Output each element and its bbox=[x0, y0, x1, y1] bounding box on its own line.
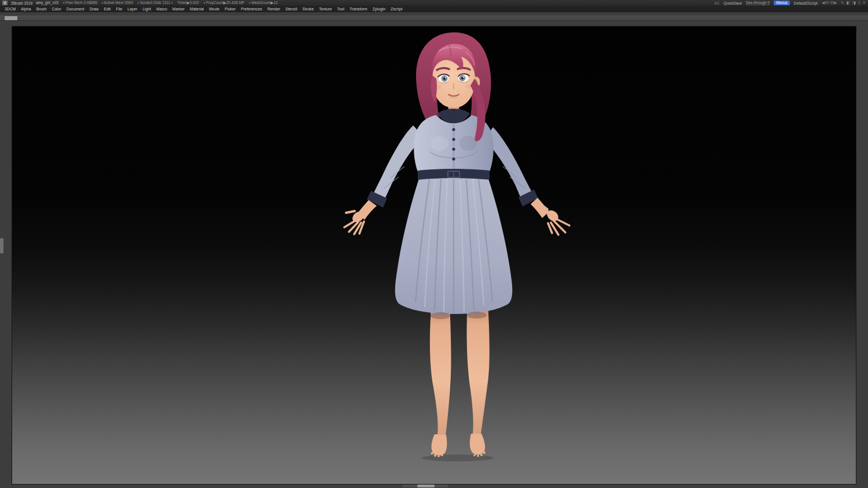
top-shelf bbox=[0, 13, 868, 26]
hem-shadow bbox=[467, 312, 487, 319]
close-icon[interactable]: ✕ bbox=[863, 0, 866, 6]
menu-zplugin[interactable]: Zplugin bbox=[373, 7, 385, 11]
menu-edit[interactable]: Edit bbox=[104, 7, 111, 11]
shelf-collapse-tab[interactable] bbox=[5, 16, 17, 20]
menu-3dcm[interactable]: 3DCM bbox=[5, 7, 16, 11]
titlebar-stat--active-mem-3069: • Active Mem 3069 bbox=[102, 1, 133, 5]
ground-shadow bbox=[422, 454, 494, 461]
menu-zscript[interactable]: Zscript bbox=[391, 7, 402, 11]
menu-macro[interactable]: Macro bbox=[156, 7, 167, 11]
menu-document[interactable]: Document bbox=[67, 7, 84, 11]
document-stats: amy_girl_v15• Free Mem 0.98858• Active M… bbox=[36, 1, 278, 5]
shelf-band bbox=[0, 16, 868, 21]
horizontal-scrollbar[interactable] bbox=[402, 485, 448, 487]
character-legs bbox=[430, 301, 490, 457]
see-through-slider[interactable]: See-through 0 bbox=[746, 1, 770, 5]
character-skirt bbox=[395, 177, 513, 314]
menu-marker[interactable]: Marker bbox=[172, 7, 185, 11]
divider-icon[interactable]: ▯ bbox=[858, 0, 860, 6]
character-model bbox=[339, 29, 582, 463]
zbrush-logo-icon: Z bbox=[2, 1, 8, 5]
menu-movie[interactable]: Movie bbox=[209, 7, 219, 11]
document-canvas[interactable] bbox=[12, 26, 856, 485]
titlebar-stat-amy-girl-v15: amy_girl_v15 bbox=[36, 1, 58, 5]
menubar: 3DCMAlphaBrushColorDocumentDrawEditFileL… bbox=[0, 6, 868, 12]
menu-layer[interactable]: Layer bbox=[127, 7, 137, 11]
horizontal-scrollbar-thumb[interactable] bbox=[417, 485, 435, 487]
titlebar-left: Z ZBrush 2019 amy_girl_v15• Free Mem 0.9… bbox=[2, 1, 278, 5]
titlebar-stat--polycount-20-428-mp: • PolyCount▶20.428 MP bbox=[204, 1, 245, 5]
hem-shadow bbox=[431, 312, 450, 319]
titlebar-stat-timer-0-002: Timer▶0.002 bbox=[177, 1, 199, 5]
menu-tool[interactable]: Tool bbox=[337, 7, 344, 11]
ac-indicator: AC bbox=[715, 1, 720, 5]
menu-texture[interactable]: Texture bbox=[319, 7, 332, 11]
menu-transform[interactable]: Transform bbox=[350, 7, 367, 11]
menu-stencil[interactable]: Stencil bbox=[285, 7, 297, 11]
menu-picker[interactable]: Picker bbox=[225, 7, 236, 11]
titlebar: Z ZBrush 2019 amy_girl_v15• Free Mem 0.9… bbox=[0, 0, 868, 6]
layout-left-icon[interactable]: ◧ bbox=[847, 0, 850, 6]
default-zscript-button[interactable]: DefaultZScript bbox=[794, 1, 818, 5]
menu-alpha[interactable]: Alpha bbox=[21, 7, 31, 11]
window-icons: ✎◧◨▯✕ bbox=[841, 0, 866, 6]
menu-light[interactable]: Light bbox=[142, 7, 151, 11]
canvas-edge-handle[interactable] bbox=[0, 238, 3, 253]
menu-file[interactable]: File bbox=[116, 7, 122, 11]
quicksave-button[interactable]: QuickSave bbox=[724, 1, 742, 5]
menu-color[interactable]: Color bbox=[52, 7, 61, 11]
app-title: ZBrush 2019 bbox=[11, 1, 32, 5]
titlebar-right: AC QuickSave See-through 0 Menus Default… bbox=[715, 0, 866, 6]
menu-render[interactable]: Render bbox=[267, 7, 280, 11]
menus-button[interactable]: Menus bbox=[774, 1, 790, 5]
layout-right-icon[interactable]: ◨ bbox=[852, 0, 856, 6]
menu-brush[interactable]: Brush bbox=[36, 7, 47, 11]
titlebar-stat--free-mem-0-98858: • Free Mem 0.98858 bbox=[63, 1, 97, 5]
titlebar-stat--meshcount-12: • MeshCount▶12 bbox=[249, 1, 278, 5]
menu-stroke[interactable]: Stroke bbox=[303, 7, 314, 11]
titlebar-stat--scratch-disk-1311-: • Scratch Disk 1311 • bbox=[138, 1, 172, 5]
nav-counters: ◀99 99▶ bbox=[822, 1, 837, 5]
menu-draw[interactable]: Draw bbox=[90, 7, 99, 11]
pen-tablet-icon[interactable]: ✎ bbox=[841, 0, 844, 6]
menu-preferences[interactable]: Preferences bbox=[241, 7, 262, 11]
menu-material[interactable]: Material bbox=[190, 7, 204, 11]
